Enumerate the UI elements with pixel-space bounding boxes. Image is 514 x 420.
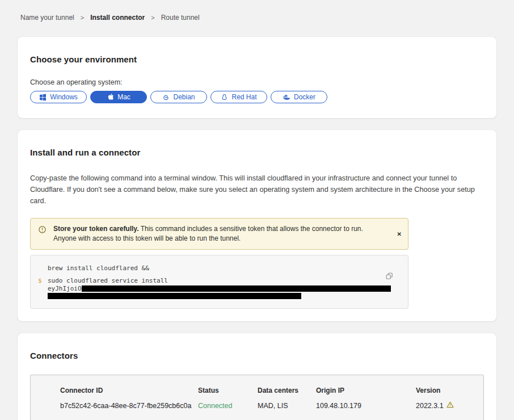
os-button-group: Windows Mac Debian Red Hat Docker [30, 91, 484, 106]
os-button-redhat[interactable]: Red Hat [210, 91, 267, 103]
warning-triangle-icon[interactable] [446, 401, 454, 410]
close-icon[interactable]: ✕ [397, 231, 402, 237]
warning-title: Store your token carefully. [53, 225, 139, 233]
col-origin-ip: Origin IP [316, 387, 416, 394]
version-value: 2022.3.1 [416, 401, 472, 410]
redaction-bar [48, 293, 301, 299]
connectors-card-title: Connectors [30, 351, 484, 360]
tunnel-wizard-page: Name your tunnel > Install connector > R… [0, 0, 514, 420]
install-description: Copy-paste the following command into a … [30, 173, 484, 207]
alert-circle-icon [38, 225, 47, 237]
copy-icon[interactable] [385, 271, 394, 283]
os-button-label: Red Hat [231, 93, 256, 101]
version-number: 2022.3.1 [416, 402, 444, 410]
breadcrumb-install-connector[interactable]: Install connector [90, 14, 145, 22]
install-card-title: Install and run a connector [30, 148, 484, 157]
breadcrumb-name-your-tunnel[interactable]: Name your tunnel [20, 14, 74, 22]
os-button-mac[interactable]: Mac [90, 91, 147, 103]
os-button-label: Debian [173, 93, 195, 101]
breadcrumb: Name your tunnel > Install connector > R… [18, 14, 496, 22]
code-line-brew: brew install cloudflared && [48, 264, 391, 272]
environment-card-title: Choose your environment [30, 54, 484, 64]
code-line-sudo: sudo cloudflared service install [48, 276, 391, 285]
install-command-codeblock: brew install cloudflared && $ sudo cloud… [30, 255, 408, 309]
breadcrumb-route-tunnel[interactable]: Route tunnel [161, 14, 200, 22]
col-connector-id: Connector ID [60, 387, 198, 394]
os-button-label: Docker [294, 93, 315, 101]
shell-prompt: $ [38, 276, 42, 285]
col-status: Status [198, 387, 258, 394]
col-version: Version [416, 387, 472, 394]
install-connector-card: Install and run a connector Copy-paste t… [18, 130, 496, 321]
chevron-separator: > [81, 14, 84, 21]
col-data-centers: Data centers [258, 387, 316, 394]
os-select-label: Choose an operating system: [30, 78, 484, 86]
token-warning-banner: Store your token carefully. This command… [30, 218, 408, 250]
connectors-table: Connector ID Status Data centers Origin … [30, 375, 484, 420]
status-badge: Connected [198, 402, 258, 410]
os-button-windows[interactable]: Windows [30, 91, 87, 103]
os-button-label: Windows [50, 93, 78, 101]
os-button-label: Mac [117, 93, 130, 101]
table-header-row: Connector ID Status Data centers Origin … [60, 387, 472, 394]
docker-whale-icon [283, 94, 290, 100]
debian-icon [162, 94, 170, 101]
os-button-docker[interactable]: Docker [271, 91, 327, 103]
origin-ip-value: 109.48.10.179 [316, 402, 416, 410]
apple-icon [107, 93, 114, 101]
chevron-separator: > [151, 14, 154, 21]
code-line-token: eyJhIjoiO [48, 284, 391, 293]
windows-icon [39, 94, 47, 101]
choose-environment-card: Choose your environment Choose an operat… [18, 37, 496, 118]
os-button-debian[interactable]: Debian [150, 91, 207, 103]
token-prefix: eyJhIjoiO [48, 284, 82, 293]
connector-id-value: b7c52c42-6caa-48ee-8c77-fbe259cb6c0a [60, 402, 198, 410]
redhat-linux-icon [221, 94, 228, 101]
redaction-bar [82, 285, 391, 292]
table-row: b7c52c42-6caa-48ee-8c77-fbe259cb6c0a Con… [60, 401, 472, 410]
connectors-card: Connectors Connector ID Status Data cent… [18, 333, 496, 420]
data-centers-value: MAD, LIS [258, 402, 316, 410]
